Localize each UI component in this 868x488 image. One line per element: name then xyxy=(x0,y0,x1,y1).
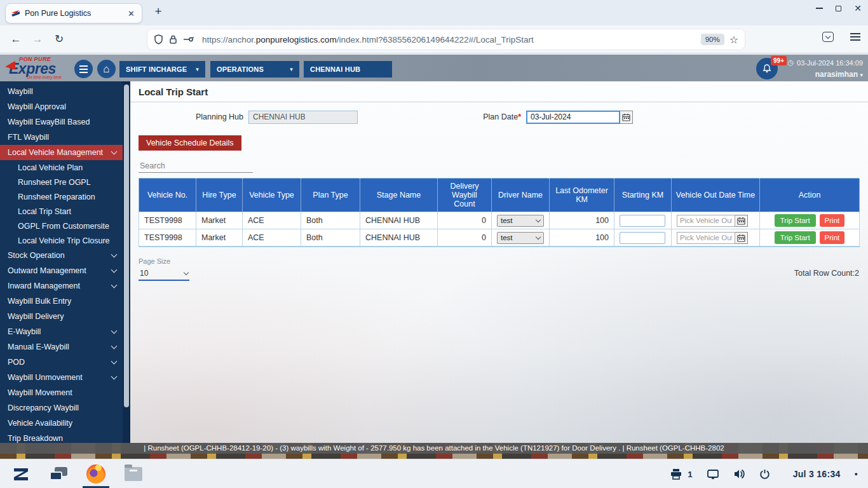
col-vehicle-no: Vehicle No. xyxy=(139,179,196,212)
department-dropdown[interactable]: OPERATIONS▾ xyxy=(210,61,299,78)
trip-start-button[interactable]: Trip Start xyxy=(775,231,816,244)
vehicle-schedule-details-tab[interactable]: Vehicle Schedule Details xyxy=(139,135,241,151)
sidebar-item-local-vehicle-trip-closure[interactable]: Local Vehicle Trip Closure xyxy=(0,233,123,248)
search-input[interactable] xyxy=(139,159,253,173)
role-dropdown[interactable]: SHIFT INCHARGE▾ xyxy=(119,61,205,78)
sidebar-item-waybill-bulk-entry[interactable]: Waybill Bulk Entry xyxy=(0,294,123,309)
shield-icon[interactable] xyxy=(154,34,163,44)
starting-km-input[interactable] xyxy=(620,215,665,227)
sidebar-scrollbar[interactable] xyxy=(123,81,130,443)
home-button[interactable]: ⌂ xyxy=(97,60,116,78)
printer-icon[interactable] xyxy=(670,468,682,480)
cell-stage-name: CHENNAI HUB xyxy=(360,229,438,247)
sidebar-item-trip-breakdown[interactable]: Trip Breakdown xyxy=(0,431,123,443)
file-manager-icon[interactable] xyxy=(125,467,142,481)
chevron-down-icon xyxy=(536,217,541,222)
chevron-down-icon xyxy=(111,148,118,154)
chevron-down-icon xyxy=(111,266,118,273)
back-icon[interactable]: ← xyxy=(5,33,27,46)
power-icon[interactable] xyxy=(759,469,770,480)
col-last-odometer-km: Last Odometer KM xyxy=(550,179,614,212)
total-row-count: Total Row Count:2 xyxy=(794,269,859,278)
sidebar-item-inward-management[interactable]: Inward Management xyxy=(0,278,123,294)
vehicle-out-datetime-input[interactable] xyxy=(677,215,735,227)
driver-select[interactable]: test xyxy=(497,232,544,244)
page-title: Local Trip Start xyxy=(139,86,208,97)
cell-vehicle-no: TEST9998 xyxy=(139,212,196,229)
browser-menu-icon[interactable] xyxy=(850,33,860,41)
favicon-pon-pure-icon xyxy=(11,9,20,18)
window-close-icon[interactable]: ✕ xyxy=(854,5,862,11)
planning-hub-field[interactable] xyxy=(248,111,358,124)
sidebar-item-runsheet-pre-ogpl[interactable]: Runsheet Pre OGPL xyxy=(0,175,123,189)
sidebar-item-runsheet-preparation[interactable]: Runsheet Preparation xyxy=(0,189,123,204)
planning-hub-label: Planning Hub xyxy=(130,112,243,121)
pocket-icon[interactable] xyxy=(822,32,834,42)
calendar-icon xyxy=(737,217,745,225)
starting-km-input[interactable] xyxy=(620,232,665,244)
plan-date-field[interactable] xyxy=(526,111,620,124)
table-row: TEST9998 Market ACE Both CHENNAI HUB 0 t… xyxy=(139,229,860,247)
url-bar[interactable]: https://anchor.ponpurelogistics.com/inde… xyxy=(147,29,745,50)
cell-vehicle-no: TEST9998 xyxy=(139,229,196,247)
sidebar-item-waybill-approval[interactable]: Waybill Approval xyxy=(0,99,123,114)
sidebar-item-waybill-delivery[interactable]: Waybill Delivery xyxy=(0,309,123,324)
new-tab-button[interactable]: + xyxy=(150,4,166,18)
col-action: Action xyxy=(760,179,860,212)
permissions-icon[interactable] xyxy=(183,36,194,43)
window-switcher-icon[interactable] xyxy=(50,467,67,481)
sidebar-item-e-waybill[interactable]: E-Waybill xyxy=(0,324,123,339)
sidebar-item-waybill-unmovement[interactable]: Waybill Unmovement xyxy=(0,370,123,385)
sidebar-item-ogpl-from-customersite[interactable]: OGPL From Customersite xyxy=(0,219,123,233)
chevron-down-icon xyxy=(184,270,189,275)
firefox-taskbar-item[interactable] xyxy=(86,459,105,488)
display-icon[interactable] xyxy=(707,469,719,479)
sidebar-item-manual-e-waybill[interactable]: Manual E-Waybill xyxy=(0,339,123,355)
sidebar-item-local-vehicle-management[interactable]: Local Vehicle Management xyxy=(0,145,123,160)
url-text[interactable]: https://anchor.ponpurelogistics.com/inde… xyxy=(202,35,696,44)
chevron-down-icon: ▾ xyxy=(860,72,863,78)
plan-date-calendar-button[interactable] xyxy=(620,111,633,124)
page-size-select[interactable]: 10 xyxy=(139,267,189,281)
sidebar-item-waybill[interactable]: Waybill xyxy=(0,84,123,99)
sidebar-item-local-trip-start[interactable]: Local Trip Start xyxy=(0,204,123,219)
user-menu[interactable]: narasimhan ▾ xyxy=(815,70,863,79)
zoom-level-badge[interactable]: 90% xyxy=(701,34,724,45)
tab-close-icon[interactable]: ✕ xyxy=(126,9,137,18)
sidebar-item-waybill-ewaybill-based[interactable]: Waybill EwayBill Based xyxy=(0,114,123,130)
sidebar-item-outward-management[interactable]: Outward Management xyxy=(0,263,123,278)
browser-tab[interactable]: Pon Pure Logistics ✕ xyxy=(5,3,142,24)
col-starting-km: Starting KM xyxy=(614,179,672,212)
sidebar-item-waybill-movement[interactable]: Waybill Movement xyxy=(0,385,123,400)
zorin-menu-icon[interactable] xyxy=(11,464,31,484)
reload-icon[interactable]: ↻ xyxy=(48,32,70,46)
sidebar-item-pod[interactable]: POD xyxy=(0,355,123,370)
vehicle-out-calendar-button[interactable] xyxy=(735,215,748,227)
print-button[interactable]: Print xyxy=(820,214,845,227)
sidebar-item-local-vehicle-plan[interactable]: Local Vehicle Plan xyxy=(0,160,123,175)
sidebar-item-discrepancy-waybill[interactable]: Discrepancy Waybill xyxy=(0,400,123,416)
page-size-label: Page Size xyxy=(139,257,859,265)
trip-start-button[interactable]: Trip Start xyxy=(775,214,816,227)
hub-box[interactable]: CHENNAI HUB xyxy=(304,61,392,78)
volume-icon[interactable] xyxy=(733,469,745,479)
vehicle-out-datetime-input[interactable] xyxy=(677,232,735,244)
main-content: Local Trip Start Planning Hub Plan Date*… xyxy=(130,81,868,443)
sidebar-scrollbar-thumb[interactable] xyxy=(124,85,129,407)
window-restore-icon[interactable] xyxy=(836,6,841,11)
cell-last-odometer-km: 100 xyxy=(550,229,614,247)
menu-toggle-button[interactable] xyxy=(74,60,93,78)
print-button[interactable]: Print xyxy=(820,231,845,244)
sidebar-item-stock-operation[interactable]: Stock Operation xyxy=(0,248,123,263)
window-minimize-icon[interactable] xyxy=(816,8,823,9)
cell-plan-type: Both xyxy=(301,212,360,229)
bookmark-star-icon[interactable]: ☆ xyxy=(729,34,738,46)
lock-icon[interactable] xyxy=(169,34,177,44)
sidebar-item-vehicle-availability[interactable]: Vehicle Availability xyxy=(0,416,123,431)
logo-arrow-icon xyxy=(5,61,15,71)
vehicle-out-calendar-button[interactable] xyxy=(735,232,748,244)
sidebar-item-ftl-waybill[interactable]: FTL Waybill xyxy=(0,130,123,145)
forward-icon[interactable]: → xyxy=(27,33,48,46)
driver-select[interactable]: test xyxy=(497,215,544,227)
taskbar-clock[interactable]: Jul 3 16:34 xyxy=(793,469,841,479)
